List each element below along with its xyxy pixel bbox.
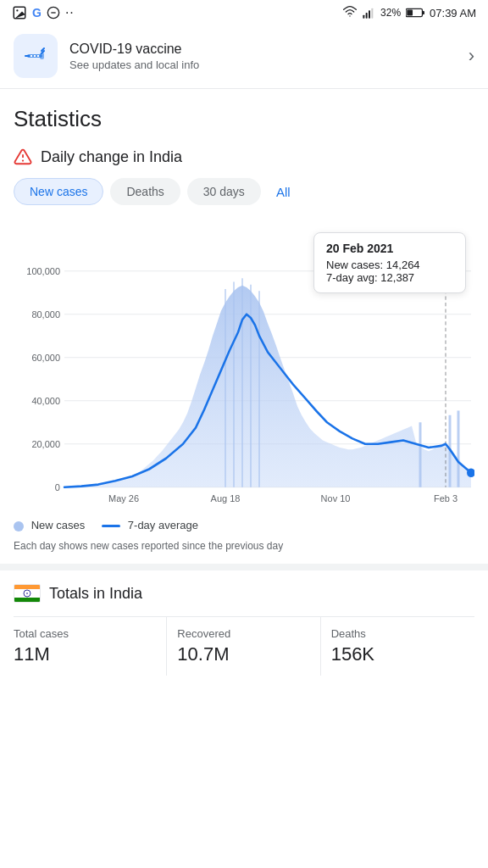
time: 07:39 AM <box>430 7 476 19</box>
tab-new-cases[interactable]: New cases <box>14 178 103 205</box>
total-recovered-cell: Recovered 10.7M <box>167 617 320 676</box>
svg-text:Feb 3: Feb 3 <box>434 492 458 503</box>
svg-text:0: 0 <box>55 482 60 492</box>
g-logo: G <box>32 6 42 19</box>
legend-dot-label: New cases <box>31 519 86 531</box>
vaccine-icon <box>23 43 48 69</box>
statistics-title: Statistics <box>14 89 474 141</box>
totals-header: Totals in India <box>14 584 474 603</box>
notification-title: COVID-19 vaccine <box>69 42 457 57</box>
total-cases-cell: Total cases 11M <box>14 617 167 676</box>
notification-text: COVID-19 vaccine See updates and local i… <box>69 42 457 71</box>
legend-line-label: 7-day average <box>128 519 198 531</box>
total-recovered-value: 10.7M <box>177 643 319 665</box>
total-cases-label: Total cases <box>14 627 166 640</box>
svg-text:80,000: 80,000 <box>31 309 60 320</box>
tooltip-avg-label: 7-day avg: <box>326 271 378 284</box>
total-deaths-value: 156K <box>331 643 474 665</box>
svg-rect-15 <box>34 55 36 57</box>
india-flag <box>14 584 41 603</box>
legend-new-cases: New cases <box>14 519 85 531</box>
battery-icon <box>406 8 424 18</box>
totals-grid: Total cases 11M Recovered 10.7M Deaths 1… <box>14 616 474 676</box>
totals-title: Totals in India <box>49 585 142 603</box>
tooltip-new-cases-label: New cases: <box>326 259 383 271</box>
notification-chevron[interactable]: › <box>469 45 474 67</box>
total-deaths-label: Deaths <box>331 627 474 640</box>
notification-subtitle: See updates and local info <box>69 58 457 71</box>
svg-rect-9 <box>423 11 425 14</box>
tabs-row: New cases Deaths 30 days All <box>14 178 474 205</box>
status-icons-right: 32% 07:39 AM <box>343 6 476 19</box>
chart-note: Each day shows new cases reported since … <box>14 535 474 564</box>
svg-marker-35 <box>64 286 471 487</box>
legend-line <box>102 525 120 527</box>
tooltip-avg-value: 12,387 <box>380 271 414 284</box>
status-bar: G ·· 32% 07:39 AM <box>0 0 488 24</box>
section-header: Daily change in India <box>14 141 474 178</box>
dots-icon: ·· <box>65 5 75 20</box>
svg-rect-6 <box>369 10 370 18</box>
section-header-text: Daily change in India <box>41 148 182 166</box>
tooltip-avg: 7-day avg: 12,387 <box>326 271 453 284</box>
battery-percent: 32% <box>380 7 401 19</box>
total-cases-value: 11M <box>14 643 166 665</box>
svg-rect-7 <box>371 8 373 19</box>
tooltip-date: 20 Feb 2021 <box>326 242 453 255</box>
signal-icon <box>362 6 375 19</box>
total-deaths-cell: Deaths 156K <box>321 617 474 676</box>
svg-rect-14 <box>30 55 32 57</box>
svg-rect-16 <box>37 55 39 57</box>
chart-legend: New cases 7-day average <box>14 514 474 535</box>
svg-text:20,000: 20,000 <box>31 439 60 449</box>
svg-rect-4 <box>363 15 364 19</box>
legend-dot <box>14 521 24 531</box>
main-content: Statistics Daily change in India New cas… <box>0 89 488 564</box>
status-icons-left: G ·· <box>12 5 75 20</box>
tab-30-days[interactable]: 30 days <box>187 178 261 205</box>
chart-tooltip: 20 Feb 2021 New cases: 14,264 7-day avg:… <box>313 232 466 293</box>
alert-triangle-icon <box>14 147 32 166</box>
chart-container: 20 Feb 2021 New cases: 14,264 7-day avg:… <box>14 217 474 505</box>
tooltip-new-cases: New cases: 14,264 <box>326 259 453 271</box>
totals-content: Totals in India Total cases 11M Recovere… <box>14 570 474 689</box>
svg-rect-10 <box>407 10 413 16</box>
legend-7day-avg: 7-day average <box>102 519 198 531</box>
vaccine-icon-wrap <box>14 34 58 78</box>
notification-banner[interactable]: COVID-19 vaccine See updates and local i… <box>0 24 488 89</box>
svg-point-47 <box>26 593 28 594</box>
tab-all[interactable]: All <box>268 179 299 205</box>
total-recovered-label: Recovered <box>177 627 319 640</box>
svg-text:40,000: 40,000 <box>31 396 60 406</box>
svg-text:Aug 18: Aug 18 <box>211 492 241 503</box>
image-icon <box>12 5 27 20</box>
svg-text:60,000: 60,000 <box>31 353 60 363</box>
svg-text:Nov 10: Nov 10 <box>321 492 351 503</box>
svg-text:May 26: May 26 <box>108 492 139 503</box>
svg-text:100,000: 100,000 <box>26 266 60 276</box>
minus-circle-icon <box>47 6 60 19</box>
section-divider <box>0 564 488 570</box>
wifi-icon <box>343 6 357 19</box>
tooltip-new-cases-value: 14,264 <box>386 259 420 271</box>
svg-rect-5 <box>366 13 368 19</box>
totals-section: Totals in India Total cases 11M Recovere… <box>0 570 488 689</box>
svg-point-1 <box>16 9 18 11</box>
tab-deaths[interactable]: Deaths <box>110 178 180 205</box>
